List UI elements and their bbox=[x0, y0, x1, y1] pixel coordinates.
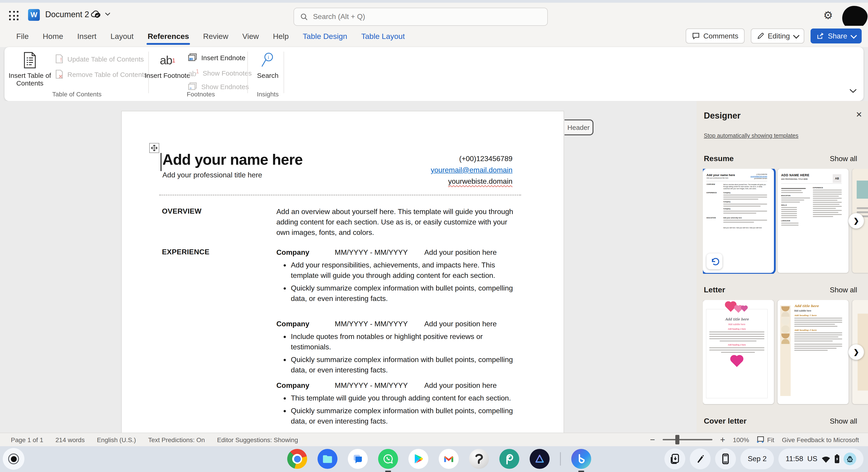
menu-table-design[interactable]: Table Design bbox=[302, 29, 348, 44]
gmail-icon[interactable] bbox=[439, 449, 459, 469]
company-position[interactable]: Add your position here bbox=[424, 380, 497, 390]
company-dates[interactable]: MM/YYYY - MM/YYYY bbox=[335, 247, 424, 258]
company-position[interactable]: Add your position here bbox=[424, 247, 497, 258]
company-name[interactable]: Company bbox=[276, 247, 335, 258]
experience-label[interactable]: EXPERIENCE bbox=[162, 248, 210, 256]
company-name[interactable]: Company bbox=[276, 319, 335, 329]
resume-template-alt[interactable]: ADD NAME HERE ADD PROFESSIONAL TITLE HER… bbox=[778, 169, 848, 273]
language-status[interactable]: English (U.S.) bbox=[97, 436, 136, 443]
menu-file[interactable]: File bbox=[16, 29, 30, 44]
experience-entry[interactable]: Company MM/YYYY - MM/YYYY Add your posit… bbox=[276, 247, 523, 306]
resume-template-selected[interactable]: Add your name here Add your professional… bbox=[703, 169, 774, 273]
menu-table-layout[interactable]: Table Layout bbox=[360, 29, 406, 44]
editor-suggestions-status[interactable]: Editor Suggestions: Showing bbox=[217, 436, 298, 443]
company-position[interactable]: Add your position here bbox=[424, 319, 497, 329]
menu-help[interactable]: Help bbox=[272, 29, 290, 44]
letter-next-templates-button[interactable]: ❯ bbox=[848, 344, 864, 360]
menu-references[interactable]: References bbox=[147, 29, 190, 44]
experience-bullet[interactable]: Add your responsibilities, achievements,… bbox=[291, 260, 523, 281]
company-dates[interactable]: MM/YYYY - MM/YYYY bbox=[335, 319, 424, 329]
resume-contact-block[interactable]: (+00)123456789 youremail@email.domain yo… bbox=[431, 153, 513, 187]
experience-bullet[interactable]: Include quotes from notables or highligh… bbox=[291, 331, 523, 352]
company-name[interactable]: Company bbox=[276, 380, 335, 390]
stop-templates-link[interactable]: Stop automatically showing templates bbox=[704, 132, 798, 139]
insert-toc-button[interactable]: Insert Table of Contents bbox=[3, 51, 57, 87]
chat-app-icon[interactable] bbox=[348, 449, 368, 469]
overview-label[interactable]: OVERVIEW bbox=[162, 207, 202, 215]
resume-name[interactable]: Add your name here bbox=[162, 151, 303, 168]
zoom-in-button[interactable]: + bbox=[720, 435, 725, 444]
resume-email-link[interactable]: youremail@email.domain bbox=[431, 164, 513, 176]
share-button[interactable]: Share bbox=[811, 29, 862, 43]
update-toc-button[interactable]: ! Update Table of Contents bbox=[55, 54, 144, 63]
letter-show-all-link[interactable]: Show all bbox=[830, 286, 857, 294]
insert-endnote-button[interactable]: [i] Insert Endnote bbox=[188, 53, 245, 62]
resume-phone[interactable]: (+00)123456789 bbox=[431, 153, 513, 164]
document-page[interactable]: Add your name here Add your professional… bbox=[121, 111, 564, 433]
search-insights-button[interactable]: i Search bbox=[241, 51, 295, 79]
zoom-out-button[interactable]: − bbox=[650, 435, 655, 444]
remove-toc-button[interactable]: Remove Table of Contents bbox=[55, 70, 147, 79]
word-logo[interactable]: W bbox=[28, 9, 40, 21]
comments-button[interactable]: Comments bbox=[686, 29, 745, 43]
app-grid-icon[interactable] bbox=[9, 11, 19, 21]
dark-triangle-app-icon[interactable] bbox=[530, 449, 550, 469]
zoom-slider[interactable] bbox=[663, 439, 712, 440]
app-search-bar[interactable] bbox=[293, 8, 548, 26]
chevron-down-icon[interactable] bbox=[105, 12, 111, 16]
remove-toc-icon bbox=[55, 70, 63, 79]
text-predictions-status[interactable]: Text Predictions: On bbox=[148, 436, 205, 443]
page-count[interactable]: Page 1 of 1 bbox=[11, 436, 43, 443]
zoom-slider-handle[interactable] bbox=[675, 435, 679, 444]
menu-home[interactable]: Home bbox=[42, 29, 64, 44]
bing-copilot-icon[interactable] bbox=[571, 449, 591, 469]
whatsapp-icon[interactable] bbox=[378, 449, 398, 469]
resume-professional-title[interactable]: Add your professional title here bbox=[162, 171, 262, 179]
stylus-tools-button[interactable] bbox=[690, 448, 711, 469]
ribbon-collapse-chevron[interactable] bbox=[849, 89, 857, 93]
close-icon[interactable]: ✕ bbox=[856, 110, 862, 119]
chrome-icon[interactable] bbox=[287, 449, 307, 469]
table-move-handle[interactable] bbox=[149, 143, 159, 153]
experience-entry[interactable]: Company MM/YYYY - MM/YYYY Add your posit… bbox=[276, 380, 523, 429]
experience-entry[interactable]: Company MM/YYYY - MM/YYYY Add your posit… bbox=[276, 319, 523, 377]
play-store-icon[interactable] bbox=[408, 449, 428, 469]
letter-template-hearts[interactable]: Add title here Add subtitle here Add hea… bbox=[703, 300, 774, 404]
resume-next-templates-button[interactable]: ❯ bbox=[848, 213, 864, 229]
undo-template-button[interactable] bbox=[707, 254, 722, 269]
company-dates[interactable]: MM/YYYY - MM/YYYY bbox=[335, 380, 424, 390]
screen-capture-button[interactable] bbox=[664, 448, 685, 469]
overview-text[interactable]: Add an overview about yourself here. Thi… bbox=[276, 206, 521, 238]
experience-bullet[interactable]: Quickly summarize complex information wi… bbox=[291, 354, 523, 375]
gear-icon[interactable]: ⚙ bbox=[823, 10, 833, 21]
experience-bullet[interactable]: Quickly summarize complex information wi… bbox=[291, 406, 523, 426]
menu-layout[interactable]: Layout bbox=[110, 29, 134, 44]
date-button[interactable]: Sep 2 bbox=[740, 448, 774, 469]
cloud-saved-icon[interactable] bbox=[90, 9, 101, 19]
files-app-icon[interactable] bbox=[317, 449, 337, 469]
menu-review[interactable]: Review bbox=[202, 29, 229, 44]
launcher-button[interactable] bbox=[3, 448, 24, 470]
feedback-link[interactable]: Give Feedback to Microsoft bbox=[782, 436, 859, 443]
resume-show-all-link[interactable]: Show all bbox=[830, 155, 857, 163]
menu-view[interactable]: View bbox=[242, 29, 260, 44]
letter-template-tan[interactable]: Add title here Add subtitle here Add hea… bbox=[778, 300, 848, 404]
menu-insert[interactable]: Insert bbox=[76, 29, 97, 44]
show-endnotes-button[interactable]: Show Endnotes bbox=[188, 82, 249, 90]
zoom-level[interactable]: 100% bbox=[733, 436, 749, 443]
status-tray[interactable]: 11:58 US bbox=[778, 448, 864, 469]
teal-spiral-app-icon[interactable] bbox=[499, 449, 519, 469]
experience-bullet[interactable]: This template will guide you through add… bbox=[291, 393, 523, 403]
document-title[interactable]: Document 2 bbox=[45, 10, 89, 20]
word-count[interactable]: 214 words bbox=[55, 436, 85, 443]
phone-hub-button[interactable] bbox=[715, 448, 736, 469]
fit-button[interactable]: Fit bbox=[757, 436, 774, 443]
header-tab[interactable]: Header bbox=[564, 119, 593, 135]
experience-bullet[interactable]: Quickly summarize complex information wi… bbox=[291, 283, 523, 304]
resume-website[interactable]: yourwebiste.domain bbox=[431, 176, 513, 187]
search-input[interactable] bbox=[312, 12, 541, 21]
cover-letter-show-all-link[interactable]: Show all bbox=[830, 417, 857, 425]
insert-footnote-button[interactable]: ab1 Insert Footnote bbox=[140, 51, 194, 79]
gray-swirl-app-icon[interactable] bbox=[469, 449, 489, 469]
editing-mode-button[interactable]: Editing bbox=[751, 29, 804, 43]
